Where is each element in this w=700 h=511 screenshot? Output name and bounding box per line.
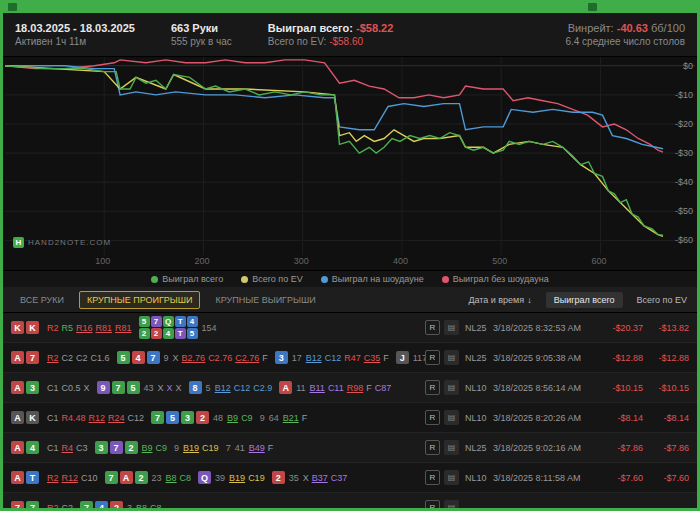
action-token: C2 bbox=[76, 353, 88, 363]
action-token: C9 bbox=[241, 413, 253, 423]
stake-label: NL10 bbox=[465, 383, 493, 393]
card: 7 bbox=[80, 501, 93, 508]
hand2note-logo-icon: H bbox=[13, 237, 24, 248]
card: 2 bbox=[139, 328, 150, 339]
hand-history-icon[interactable]: ▤ bbox=[444, 320, 459, 335]
hand-history-icon[interactable]: ▤ bbox=[444, 440, 459, 455]
stake-label: NL25 bbox=[465, 323, 493, 333]
card: K bbox=[11, 321, 24, 334]
action-token: C8 bbox=[180, 473, 192, 483]
hand-history-icon[interactable]: ▤ bbox=[444, 410, 459, 425]
board-cards: Q bbox=[198, 471, 211, 484]
action-token: X bbox=[84, 383, 90, 393]
action-token: F bbox=[262, 353, 268, 363]
hand-datetime: 3/18/2025 8:56:14 AM bbox=[493, 383, 597, 393]
pot-size: 154 bbox=[202, 323, 217, 333]
tabs-host: ВСЕ РУКИКРУПНЫЕ ПРОИГРЫШИКРУПНЫЕ ВЫИГРЫШ… bbox=[13, 291, 323, 309]
card: K bbox=[26, 411, 39, 424]
action-token: X bbox=[173, 353, 179, 363]
date-range: 18.03.2025 - 18.03.2025 bbox=[15, 22, 135, 34]
action-token: C2.9 bbox=[253, 383, 272, 393]
hand-won-amount: -$20.37 bbox=[597, 323, 643, 333]
action-sequence: XXX bbox=[158, 383, 185, 393]
hand-row[interactable]: 77R2C27423B8C8R▤ bbox=[3, 493, 697, 508]
watermark: H HAND2NOTE.COM bbox=[13, 237, 111, 248]
card: 2 bbox=[135, 471, 148, 484]
hand-row[interactable]: AKC1R4.48R12R24C12753248B9C9964B21FR▤NL1… bbox=[3, 403, 697, 433]
ev-total-value: -$58.60 bbox=[329, 36, 363, 47]
titlebar-button-icon[interactable] bbox=[588, 3, 597, 11]
stat-winnings: Выиграл всего: -$58.22 Всего по EV: -$58… bbox=[268, 22, 393, 47]
hands-count: 663 Руки bbox=[171, 22, 232, 34]
legend-item: Выиграл без шоудауна bbox=[442, 274, 549, 284]
hand-row[interactable]: A3C1C0.5X97543XXX85B12C12C2.9A11B11C11R9… bbox=[3, 373, 697, 403]
hand-datetime: 3/18/2025 9:02:16 AM bbox=[493, 443, 597, 453]
stake-label: NL10 bbox=[465, 413, 493, 423]
x-axis-label: 100 bbox=[95, 256, 110, 266]
hand-row[interactable]: A4C1R4C3372B9C99B19C19741B49FR▤NL253/18/… bbox=[3, 433, 697, 463]
action-sequence: C1R4.48R12R24C12 bbox=[47, 413, 147, 423]
action-token: R81 bbox=[115, 323, 132, 333]
sort-header[interactable]: Дата и время↓ bbox=[468, 295, 531, 305]
action-sequence: R2C2C2C1.6 bbox=[47, 353, 113, 363]
x-axis-label: 300 bbox=[294, 256, 309, 266]
action-token: F bbox=[268, 443, 274, 453]
action-sequence: B19C19 bbox=[229, 473, 268, 483]
card: Q bbox=[163, 316, 174, 327]
hand-history-icon[interactable]: ▤ bbox=[444, 470, 459, 485]
tab-active[interactable]: КРУПНЫЕ ПРОИГРЫШИ bbox=[79, 291, 201, 309]
replayer-button[interactable]: R bbox=[425, 470, 440, 485]
hand-history-icon[interactable]: ▤ bbox=[444, 350, 459, 365]
action-token: C8 bbox=[150, 503, 162, 509]
sort-header[interactable]: Выиграл всего bbox=[546, 292, 623, 308]
action-token: C1 bbox=[47, 383, 59, 393]
hand-history-icon[interactable]: ▤ bbox=[444, 380, 459, 395]
card: Q bbox=[198, 471, 211, 484]
replayer-button[interactable]: R bbox=[425, 320, 440, 335]
hands-per-hour: 555 рук в час bbox=[171, 36, 232, 47]
hand-datetime: 3/18/2025 8:20:26 AM bbox=[493, 413, 597, 423]
hand-row[interactable]: ATR2R12C107A223B8C8Q39B19C19235XB37C37R▤… bbox=[3, 463, 697, 493]
action-token: C9 bbox=[156, 443, 168, 453]
pot-size: 5 bbox=[206, 383, 211, 393]
hand-won-amount: -$8.14 bbox=[597, 413, 643, 423]
action-token: X bbox=[303, 473, 309, 483]
card: 2 bbox=[272, 471, 285, 484]
replayer-button[interactable]: R bbox=[425, 500, 440, 508]
action-token: X bbox=[176, 383, 182, 393]
replayer-button[interactable]: R bbox=[425, 380, 440, 395]
pot-size: 17 bbox=[292, 353, 302, 363]
hand-ev-amount: -$13.82 bbox=[643, 323, 689, 333]
card: 4 bbox=[26, 441, 39, 454]
replayer-button[interactable]: R bbox=[425, 410, 440, 425]
action-sequence: B8C8 bbox=[166, 473, 195, 483]
replayer-button[interactable]: R bbox=[425, 350, 440, 365]
card: 4 bbox=[187, 316, 198, 327]
stake-label: NL25 bbox=[465, 353, 493, 363]
hole-cards: AK bbox=[11, 411, 47, 424]
hand-won-amount: -$7.86 bbox=[597, 443, 643, 453]
hole-cards: 77 bbox=[11, 501, 47, 508]
won-total-value: -$58.22 bbox=[356, 22, 393, 34]
hand-datetime: 3/18/2025 8:11:58 AM bbox=[493, 473, 597, 483]
action-sequence: B12C12C2.9 bbox=[215, 383, 276, 393]
action-token: R5 bbox=[62, 323, 74, 333]
action-token: R24 bbox=[108, 413, 125, 423]
action-token: X bbox=[167, 383, 173, 393]
hand-row[interactable]: KKR2R5R16R81R8157QT4224T5154R▤NL253/18/2… bbox=[3, 313, 697, 343]
hand-history-icon[interactable]: ▤ bbox=[444, 500, 459, 508]
action-token: C87 bbox=[375, 383, 392, 393]
tab-inactive[interactable]: КРУПНЫЕ ВЫИГРЫШИ bbox=[208, 292, 322, 308]
hand-won-amount: -$7.60 bbox=[597, 473, 643, 483]
card: 2 bbox=[196, 411, 209, 424]
sort-direction-icon: ↓ bbox=[527, 295, 532, 305]
action-sequence: C1C0.5X bbox=[47, 383, 93, 393]
hand-row[interactable]: A7R2C2C2C1.65479XB2.76C2.76C2.76F317B12C… bbox=[3, 343, 697, 373]
pot-size: 41 bbox=[235, 443, 245, 453]
action-sequence: C1R4C3 bbox=[47, 443, 91, 453]
pot-size: 9 bbox=[164, 353, 169, 363]
sort-header[interactable]: Всего по EV bbox=[637, 295, 687, 305]
tab-inactive[interactable]: ВСЕ РУКИ bbox=[13, 292, 71, 308]
board-cards: 7A2 bbox=[105, 471, 148, 484]
replayer-button[interactable]: R bbox=[425, 440, 440, 455]
